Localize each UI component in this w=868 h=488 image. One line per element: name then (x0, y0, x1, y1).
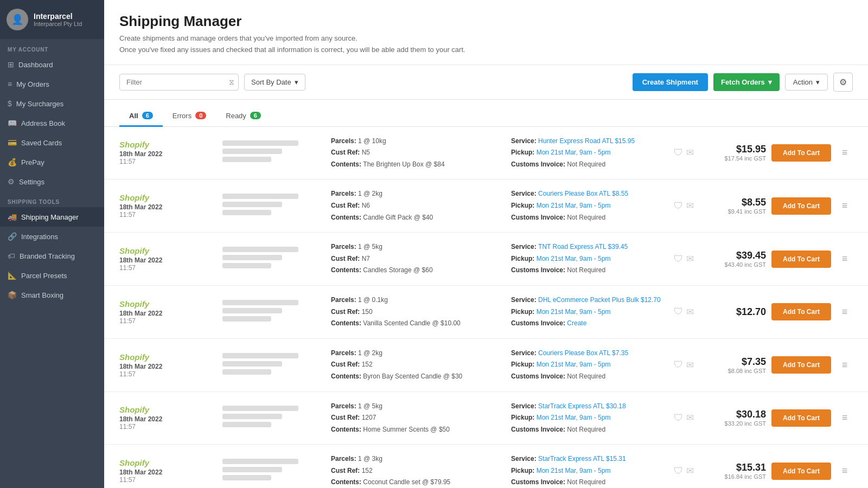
row-menu-button[interactable]: ≡ (837, 200, 853, 211)
shipment-date: 18th Mar 2022 (119, 468, 222, 476)
source-logo: Shopify (119, 352, 222, 362)
pickup-link[interactable]: Mon 21st Mar, 9am - 5pm (537, 255, 611, 262)
create-shipment-button[interactable]: Create Shipment (633, 73, 708, 91)
add-to-cart-button[interactable]: Add To Cart (771, 251, 831, 268)
parcels-line: Parcels: 1 @ 2kg (331, 188, 511, 200)
shipment-action: Add To Cart (766, 251, 837, 268)
mail-icon[interactable]: ✉ (686, 359, 694, 371)
customs-line: Customs Invoice: Create (511, 318, 674, 330)
sidebar-item-saved-cards[interactable]: 💳Saved Cards (0, 133, 104, 152)
sidebar-user-info: Interparcel Interparcel Pty Ltd (34, 12, 82, 27)
mail-icon[interactable]: ✉ (686, 412, 694, 423)
fetch-orders-button[interactable]: Fetch Orders ▾ (713, 73, 780, 91)
sidebar-item-integrations[interactable]: 🔗Integrations (0, 227, 104, 246)
source-logo: Shopify (119, 140, 222, 149)
pickup-link[interactable]: Mon 21st Mar, 9am - 5pm (537, 361, 611, 368)
pickup-link[interactable]: Mon 21st Mar, 9am - 5pm (537, 414, 611, 421)
shipping-tools-section-label: SHIPPING TOOLS (0, 191, 104, 207)
row-menu-button[interactable]: ≡ (837, 306, 853, 318)
row-menu-button[interactable]: ≡ (837, 465, 853, 477)
parcels-line: Parcels: 1 @ 5kg (331, 401, 511, 413)
filter-input[interactable] (119, 74, 239, 91)
settings-icon-button[interactable]: ⚙ (833, 73, 853, 92)
pickup-link[interactable]: Mon 21st Mar, 9am - 5pm (537, 149, 611, 156)
tab-all[interactable]: All 6 (119, 106, 163, 127)
pickup-line: Pickup: Mon 21st Mar, 9am - 5pm (511, 359, 674, 371)
row-menu-button[interactable]: ≡ (837, 253, 853, 265)
row-menu-button[interactable]: ≡ (837, 359, 853, 371)
service-link[interactable]: DHL eCommerce Packet Plus Bulk $12.70 (538, 296, 661, 304)
service-link[interactable]: Couriers Please Box ATL $7.35 (538, 349, 628, 357)
service-line: Service: DHL eCommerce Packet Plus Bulk … (511, 294, 674, 306)
customs-create-link[interactable]: Create (567, 319, 586, 327)
saved-cards-icon: 💳 (8, 138, 17, 147)
row-menu-button[interactable]: ≡ (837, 412, 853, 423)
add-to-cart-button[interactable]: Add To Cart (771, 409, 831, 427)
shield-icon[interactable]: 🛡 (674, 466, 683, 477)
shipping-manager-icon: 🚚 (8, 213, 17, 221)
shipment-date: 18th Mar 2022 (119, 150, 222, 158)
shipment-date: 18th Mar 2022 (119, 310, 222, 317)
customs-line: Customs Invoice: Not Required (511, 265, 674, 277)
service-link[interactable]: StarTrack Express ATL $30.18 (538, 402, 626, 410)
sidebar-item-parcel-presets[interactable]: 📐Parcel Presets (0, 266, 104, 285)
row-menu-button[interactable]: ≡ (837, 147, 853, 158)
add-to-cart-button[interactable]: Add To Cart (771, 463, 831, 480)
sidebar-item-settings[interactable]: ⚙Settings (0, 172, 104, 191)
action-button[interactable]: Action ▾ (785, 74, 828, 91)
add-to-cart-button[interactable]: Add To Cart (771, 197, 831, 215)
shipment-address (222, 247, 331, 271)
contents-line: Contents: Byron Bay Scented Candle @ $30 (331, 371, 511, 383)
sidebar-item-my-surcharges[interactable]: $My Surcharges (0, 94, 104, 113)
tab-errors[interactable]: Errors 0 (163, 106, 216, 127)
table-row: Shopify 18th Mar 2022 11:57 Parcels: 1 @… (104, 233, 868, 286)
service-link[interactable]: TNT Road Express ATL $39.45 (538, 243, 628, 251)
address-line-3 (222, 157, 271, 162)
shield-icon[interactable]: 🛡 (674, 306, 683, 317)
shield-icon[interactable]: 🛡 (674, 254, 683, 265)
add-to-cart-button[interactable]: Add To Cart (771, 144, 831, 162)
mail-icon[interactable]: ✉ (686, 306, 694, 318)
shield-icon[interactable]: 🛡 (674, 201, 683, 211)
sidebar-item-smart-boxing[interactable]: 📦Smart Boxing (0, 285, 104, 305)
sort-by-date-button[interactable]: Sort By Date ▾ (244, 74, 305, 91)
pickup-link[interactable]: Mon 21st Mar, 9am - 5pm (537, 202, 611, 209)
service-link[interactable]: Hunter Express Road ATL $15.95 (538, 137, 635, 145)
shipment-service: Service: Couriers Please Box ATL $7.35 P… (511, 348, 674, 383)
tab-ready[interactable]: Ready 6 (216, 106, 271, 127)
sidebar: 👤 Interparcel Interparcel Pty Ltd MY ACC… (0, 0, 104, 488)
service-link[interactable]: Couriers Please Box ATL $8.55 (538, 190, 628, 197)
shipment-source: Shopify 18th Mar 2022 11:57 (119, 405, 222, 431)
sidebar-item-prepay[interactable]: 💰PrePay (0, 152, 104, 172)
shield-icon[interactable]: 🛡 (674, 359, 683, 370)
pickup-link[interactable]: Mon 21st Mar, 9am - 5pm (537, 308, 611, 316)
sidebar-item-address-book[interactable]: 📖Address Book (0, 113, 104, 133)
shield-icon[interactable]: 🛡 (674, 147, 683, 158)
service-link[interactable]: StarTrack Express ATL $15.31 (538, 455, 626, 463)
sidebar-item-dashboard[interactable]: ⊞Dashboard (0, 55, 104, 74)
page-desc-1: Create shipments and manage orders that … (119, 33, 853, 44)
shield-icon[interactable]: 🛡 (674, 413, 683, 423)
add-to-cart-button[interactable]: Add To Cart (771, 356, 831, 374)
pickup-link[interactable]: Mon 21st Mar, 9am - 5pm (537, 467, 611, 474)
mail-icon[interactable]: ✉ (686, 253, 694, 265)
mail-icon[interactable]: ✉ (686, 465, 694, 477)
sidebar-item-branded-tracking[interactable]: 🏷Branded Tracking (0, 246, 104, 266)
address-line-3 (222, 475, 271, 480)
shipment-action: Add To Cart (766, 303, 837, 320)
sidebar-item-shipping-manager[interactable]: 🚚Shipping Manager (0, 207, 104, 227)
tabs-bar: All 6 Errors 0 Ready 6 (104, 100, 868, 127)
add-to-cart-button[interactable]: Add To Cart (771, 303, 831, 320)
shipment-icon-group: 🛡 ✉ (674, 253, 706, 265)
price-gst: $17.54 inc GST (706, 155, 766, 162)
sidebar-item-my-orders[interactable]: ≡My Orders (0, 74, 104, 94)
integrations-icon: 🔗 (8, 232, 17, 241)
shipment-price: $39.45 $43.40 inc GST (706, 250, 766, 268)
address-book-icon: 📖 (8, 119, 17, 127)
shipment-details: Parcels: 1 @ 3kg Cust Ref: 152 Contents:… (331, 453, 511, 488)
my-account-section-label: MY ACCOUNT (0, 39, 104, 55)
mail-icon[interactable]: ✉ (686, 200, 694, 211)
shipment-details: Parcels: 1 @ 2kg Cust Ref: N6 Contents: … (331, 188, 511, 223)
address-line-2 (222, 255, 282, 260)
mail-icon[interactable]: ✉ (686, 147, 694, 158)
